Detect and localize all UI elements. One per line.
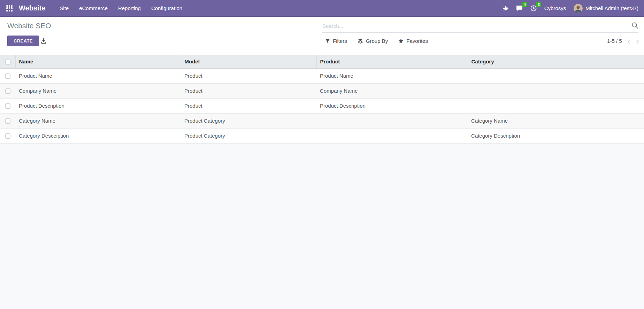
row-checkbox[interactable] (5, 103, 10, 109)
filter-funnel-icon (325, 39, 330, 44)
cell-category[interactable]: Category Description (468, 128, 644, 143)
pager-range: 1-5 / 5 (607, 38, 622, 44)
menu-configuration[interactable]: Configuration (146, 0, 187, 17)
column-header-category[interactable]: Category (468, 55, 644, 68)
cell-name[interactable]: Product Description (15, 98, 181, 113)
menu-ecommerce[interactable]: eCommerce (74, 0, 113, 17)
search-icon[interactable] (631, 22, 638, 30)
cell-product[interactable]: Product Description (316, 98, 468, 113)
favorites-star-icon (398, 38, 404, 44)
group-by-label: Group By (366, 38, 388, 44)
table-header-row: Name Model Product Category (0, 55, 644, 68)
cell-name[interactable]: Product Name (15, 68, 181, 83)
row-checkbox[interactable] (5, 88, 10, 94)
cell-name[interactable]: Company Name (15, 83, 181, 98)
create-button[interactable]: CREATE (7, 36, 39, 46)
messages-count-badge: 4 (522, 2, 527, 7)
chat-icon (516, 5, 523, 11)
search-bar (322, 20, 638, 33)
user-menu[interactable]: Mitchell Admin (test37) (574, 4, 638, 13)
row-checkbox[interactable] (5, 133, 10, 139)
menu-reporting[interactable]: Reporting (113, 0, 146, 17)
table-row: Product Description Product Product Desc… (0, 98, 644, 113)
search-input[interactable] (322, 23, 629, 29)
cell-product[interactable] (316, 113, 468, 128)
debug-bug-icon[interactable] (503, 5, 508, 11)
group-by-button[interactable]: Group By (358, 38, 388, 44)
select-all-cell (0, 55, 15, 68)
pager: 1-5 / 5 ‹ › (607, 36, 639, 46)
search-options: Filters Group By Favorites (325, 36, 428, 46)
systray: 4 3 Cybrosys Mitchell Admin (test37) (503, 4, 638, 13)
seo-list-table: Name Model Product Category Product Name… (0, 55, 644, 144)
pager-next-icon[interactable]: › (636, 37, 639, 46)
messages-button[interactable]: 4 (516, 5, 523, 11)
column-header-name[interactable]: Name (15, 55, 181, 68)
user-name-label: Mitchell Admin (test37) (585, 5, 638, 11)
filters-button[interactable]: Filters (325, 38, 347, 44)
cell-model[interactable]: Product (181, 98, 316, 113)
row-checkbox[interactable] (5, 74, 10, 79)
table-row: Category Desceiption Product Category Ca… (0, 128, 644, 143)
clock-icon (530, 5, 537, 11)
menu-site[interactable]: Site (54, 0, 74, 17)
column-header-product[interactable]: Product (316, 55, 468, 68)
group-by-layers-icon (358, 38, 363, 44)
cell-model[interactable]: Product (181, 68, 316, 83)
column-header-model[interactable]: Model (181, 55, 316, 68)
page-title: Website SEO (7, 22, 51, 30)
cell-product[interactable]: Product Name (316, 68, 468, 83)
favorites-label: Favorites (406, 38, 428, 44)
cell-category[interactable] (468, 98, 644, 113)
company-switcher[interactable]: Cybrosys (544, 5, 566, 11)
bug-icon (503, 5, 508, 11)
cell-model[interactable]: Product (181, 83, 316, 98)
activities-button[interactable]: 3 (530, 5, 537, 11)
export-download-icon[interactable] (41, 38, 47, 45)
cell-name[interactable]: Category Desceiption (15, 128, 181, 143)
cell-product[interactable] (316, 128, 468, 143)
app-brand[interactable]: Website (19, 4, 45, 12)
avatar (574, 4, 583, 13)
table-row: Company Name Product Company Name (0, 83, 644, 98)
top-navbar: Website Site eCommerce Reporting Configu… (0, 0, 644, 17)
filters-label: Filters (333, 38, 347, 44)
nav-menus: Site eCommerce Reporting Configuration (54, 0, 187, 17)
cell-category[interactable] (468, 83, 644, 98)
apps-menu-icon[interactable] (6, 5, 13, 11)
activities-count-badge: 3 (536, 2, 541, 7)
cell-model[interactable]: Product Category (181, 113, 316, 128)
select-all-checkbox[interactable] (5, 60, 10, 65)
pager-previous-icon[interactable]: ‹ (628, 37, 631, 46)
table-row: Category Name Product Category Category … (0, 113, 644, 128)
cell-category[interactable] (468, 68, 644, 83)
cell-model[interactable]: Product Category (181, 128, 316, 143)
control-panel: Website SEO CREATE Filters (0, 17, 644, 55)
favorites-button[interactable]: Favorites (398, 38, 428, 44)
row-checkbox[interactable] (5, 118, 10, 124)
cell-category[interactable]: Category Name (468, 113, 644, 128)
cell-product[interactable]: Company Name (316, 83, 468, 98)
app-brand-label: Website (19, 4, 45, 12)
table-row: Product Name Product Product Name (0, 68, 644, 83)
cell-name[interactable]: Category Name (15, 113, 181, 128)
